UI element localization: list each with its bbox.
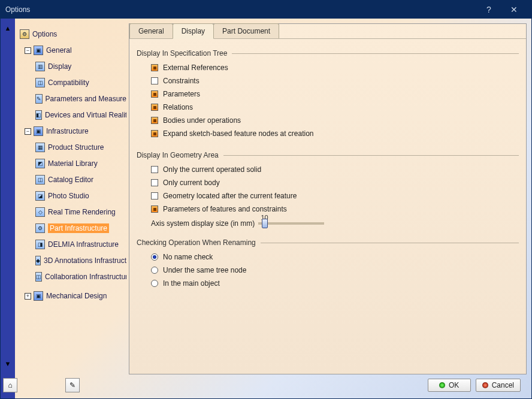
- gear-icon: ⚙: [35, 223, 45, 233]
- folder-icon: ▣: [34, 126, 43, 136]
- tree-item-realtime-rendering[interactable]: ◇Real Time Rendering: [35, 205, 126, 219]
- opt-label: Parameters: [163, 90, 200, 98]
- checkbox-icon[interactable]: [151, 90, 158, 98]
- slider-thumb[interactable]: [262, 219, 268, 228]
- tree-item-photo-studio[interactable]: ◪Photo Studio: [35, 189, 126, 202]
- tree-item-3d-annotations[interactable]: ◆3D Annotations Infrastructure: [35, 254, 126, 267]
- checkbox-icon[interactable]: [151, 117, 158, 124]
- opt-constraints[interactable]: Constraints: [151, 74, 519, 87]
- checkbox-icon[interactable]: [151, 130, 158, 137]
- devices-icon: ◧: [35, 110, 42, 120]
- checkbox-icon[interactable]: [151, 104, 158, 111]
- tree-label: Part Infrastructure: [48, 223, 109, 233]
- tree-label: Catalog Editor: [48, 176, 93, 184]
- opt-label: Only current body: [163, 179, 220, 187]
- opt-label: External References: [163, 64, 228, 72]
- axis-size-slider[interactable]: 10: [258, 222, 324, 225]
- radio-icon[interactable]: [151, 280, 158, 287]
- param-icon: ✎: [35, 94, 43, 104]
- checkbox-icon[interactable]: [151, 192, 158, 200]
- opt-bodies-under-ops[interactable]: Bodies under operations: [151, 114, 519, 127]
- close-button[interactable]: ✕: [501, 1, 527, 19]
- opt-parameters[interactable]: Parameters: [151, 87, 519, 101]
- radio-icon[interactable]: [151, 253, 158, 261]
- corner-icons: ⌂ ✎: [3, 378, 80, 392]
- product-icon: ▦: [35, 143, 45, 152]
- opt-label: Expand sketch-based feature nodes at cre…: [163, 129, 314, 138]
- tree-label: DELMIA Infrastructure: [48, 240, 119, 249]
- radio-icon[interactable]: [151, 267, 158, 274]
- checkbox-icon[interactable]: [151, 64, 158, 71]
- tree-label: 3D Annotations Infrastructure: [44, 256, 126, 265]
- material-icon: ◩: [35, 159, 45, 168]
- dialog-body: ▲ ▼ ⚙ Options − ▣ General ▥Display ◫Comp…: [1, 19, 531, 398]
- tree-label: Real Time Rendering: [48, 208, 116, 216]
- tree-label: Devices and Virtual Reality: [45, 111, 126, 119]
- opt-label: Under the same tree node: [163, 266, 246, 274]
- tree-item-material-library[interactable]: ◩Material Library: [35, 157, 126, 170]
- opt-expand-sketch[interactable]: Expand sketch-based feature nodes at cre…: [151, 127, 519, 140]
- button-bar: OK Cancel: [129, 374, 527, 396]
- tree-item-catalog-editor[interactable]: ◫Catalog Editor: [35, 173, 126, 186]
- opt-relations[interactable]: Relations: [151, 101, 519, 114]
- axis-size-row: Axis system display size (in mm) 10: [151, 219, 519, 228]
- tree-group-mechanical[interactable]: + ▣ Mechanical Design: [25, 289, 126, 303]
- collapse-icon[interactable]: −: [25, 128, 31, 135]
- tree-root-options[interactable]: ⚙ Options: [20, 28, 126, 41]
- export-button[interactable]: ✎: [65, 378, 80, 392]
- folder-icon: ▣: [34, 46, 43, 55]
- content-pane: General Display Part Document Display In…: [126, 19, 531, 398]
- tree-group-general[interactable]: − ▣ General: [25, 44, 126, 57]
- delmia-icon: ◨: [35, 240, 45, 249]
- section-spec-tree: Display In Specification Tree: [137, 49, 519, 58]
- mech-icon: ▣: [34, 291, 43, 301]
- reset-button[interactable]: ⌂: [3, 378, 17, 392]
- checkbox-icon[interactable]: [151, 205, 158, 213]
- tab-bar: General Display Part Document: [129, 23, 526, 39]
- options-icon: ⚙: [20, 29, 29, 39]
- tree-scroll-down[interactable]: ▼: [3, 359, 13, 368]
- checkbox-icon[interactable]: [151, 166, 158, 173]
- opt-external-refs[interactable]: External References: [151, 61, 519, 74]
- tab-part-document[interactable]: Part Document: [213, 23, 279, 38]
- opt-only-current-body[interactable]: Only current body: [151, 176, 519, 189]
- tree-item-delmia[interactable]: ◨DELMIA Infrastructure: [35, 238, 126, 251]
- display-icon: ▥: [35, 62, 45, 71]
- annot-icon: ◆: [35, 256, 41, 265]
- tree-label: Photo Studio: [48, 192, 89, 200]
- opt-no-name-check[interactable]: No name check: [151, 250, 519, 264]
- tree-item-compatibility[interactable]: ◫Compatibility: [35, 76, 126, 89]
- compat-icon: ◫: [35, 78, 45, 87]
- tree-item-part-infrastructure[interactable]: ⚙Part Infrastructure: [35, 222, 126, 235]
- cancel-led-icon: [482, 382, 488, 388]
- opt-geom-after-feature[interactable]: Geometry located after the current featu…: [151, 189, 519, 202]
- ok-button[interactable]: OK: [428, 379, 471, 392]
- tree-group-infrastructure[interactable]: − ▣ Infrastructure: [25, 125, 126, 138]
- tree-item-devices[interactable]: ◧Devices and Virtual Reality: [35, 108, 126, 122]
- checkbox-icon[interactable]: [151, 77, 158, 84]
- tree-item-display[interactable]: ▥Display: [35, 60, 126, 73]
- tree-label: Infrastructure: [46, 127, 89, 135]
- tree-item-product-structure[interactable]: ▦Product Structure: [35, 141, 126, 154]
- opt-label: Relations: [163, 103, 193, 111]
- opt-param-features[interactable]: Parameters of features and constraints: [151, 202, 519, 216]
- tree-scroll-up[interactable]: ▲: [3, 23, 13, 33]
- collapse-icon[interactable]: −: [25, 47, 31, 54]
- opt-label: Constraints: [163, 77, 200, 85]
- checkbox-icon[interactable]: [151, 179, 158, 186]
- opt-same-tree-node[interactable]: Under the same tree node: [151, 264, 519, 277]
- help-button[interactable]: ?: [476, 1, 501, 19]
- opt-label: Parameters of features and constraints: [163, 205, 287, 213]
- opt-only-current-solid[interactable]: Only the current operated solid: [151, 163, 519, 176]
- tab-display[interactable]: Display: [173, 23, 214, 39]
- expand-icon[interactable]: +: [25, 293, 31, 300]
- tree-item-parameters[interactable]: ✎Parameters and Measure: [35, 92, 126, 105]
- catalog-icon: ◫: [35, 175, 45, 185]
- opt-main-object[interactable]: In the main object: [151, 277, 519, 290]
- tab-general[interactable]: General: [129, 23, 173, 38]
- photo-icon: ◪: [35, 191, 45, 201]
- tree-item-collaboration[interactable]: ◫Collaboration Infrastructure: [35, 270, 126, 283]
- cancel-button[interactable]: Cancel: [476, 379, 521, 392]
- opt-label: Only the current operated solid: [163, 165, 261, 174]
- opt-label: Bodies under operations: [163, 116, 241, 125]
